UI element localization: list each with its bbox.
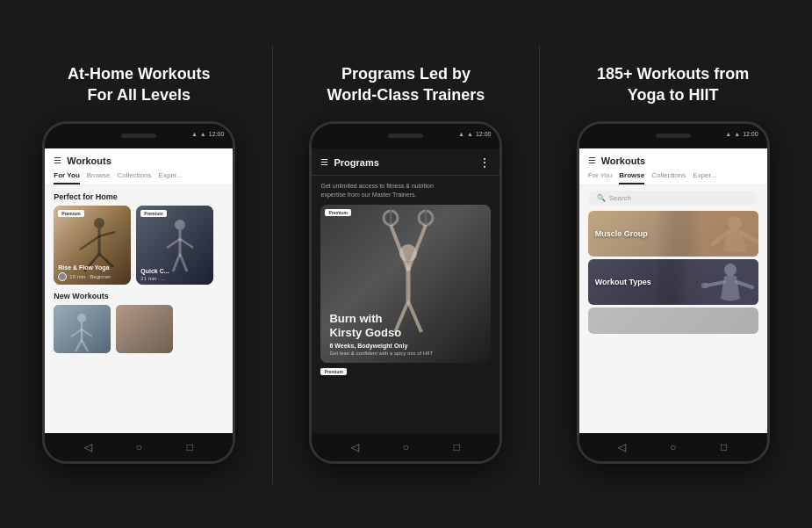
card1-meta: 15 min · Beginner [58, 272, 126, 281]
status-time-3: 12:00 [743, 131, 758, 137]
hamburger-icon-2[interactable]: ☰ [320, 157, 328, 167]
panel-browse: 185+ Workouts from Yoga to HIIT ▲ ▲ 12:0… [546, 64, 801, 464]
featured-program-card[interactable]: Premium Burn withKirsty Godso 6 Weeks, B… [320, 205, 491, 363]
phone3-bottom: ◁ ○ □ [579, 433, 767, 461]
nw-silhouette-1 [54, 305, 111, 353]
status-bar-3: ▲ ▲ 12:00 [725, 131, 758, 137]
app-title-2: Programs [334, 157, 378, 168]
signal-icon-3: ▲ [734, 131, 740, 137]
card1-title: Rise & Flow Yoga [58, 264, 126, 271]
speaker-2 [388, 134, 423, 138]
tab-browse-1[interactable]: Browse [87, 171, 111, 184]
hamburger-icon-3[interactable]: ☰ [588, 156, 596, 165]
home-btn-2[interactable]: ○ [399, 440, 413, 454]
back-btn-2[interactable]: ◁ [348, 440, 362, 454]
screen3: ☰ Workouts For You Browse Collections Ex… [579, 148, 767, 433]
phone-1: ▲ ▲ 12:00 ☰ Workouts For You Browse Coll… [42, 121, 235, 464]
app-title-1: Workouts [67, 156, 111, 166]
back-btn-1[interactable]: ◁ [81, 440, 95, 454]
status-time-2: 12:00 [476, 131, 492, 137]
card2-info: Quick C... 21 min · ... [140, 268, 209, 281]
svg-point-34 [728, 216, 742, 230]
status-bar-2: ▲ ▲ 12:00 [458, 131, 491, 137]
svg-point-8 [175, 220, 185, 230]
speaker [121, 134, 156, 138]
muscle-group-silhouette [656, 211, 758, 257]
svg-rect-37 [656, 259, 758, 305]
phone1-bottom: ◁ ○ □ [45, 433, 233, 461]
featured-premium-badge: Premium [325, 209, 350, 216]
recent-btn-3[interactable]: □ [717, 440, 731, 454]
section-perfect-home: Perfect for Home [45, 185, 233, 206]
search-placeholder: Search [609, 194, 631, 202]
back-btn-3[interactable]: ◁ [615, 440, 629, 454]
nw-silhouette-2 [116, 305, 173, 353]
svg-point-38 [724, 264, 737, 276]
tab-collections-1[interactable]: Collections [117, 171, 151, 184]
new-workout-1[interactable] [54, 305, 111, 353]
program-title: Burn withKirsty Godso [329, 312, 482, 339]
app-header-1: ☰ Workouts For You Browse Collections Ex… [45, 148, 233, 185]
app-title-3: Workouts [601, 156, 646, 166]
workout-cards: Premium Rise & Flow Yoga 15 min · Beginn… [45, 206, 233, 285]
phone3-top: ▲ ▲ 12:00 [579, 124, 767, 148]
trainer-avatar [58, 272, 67, 281]
panel3-title: 185+ Workouts from Yoga to HIIT [597, 64, 749, 105]
phone1-top: ▲ ▲ 12:00 [45, 124, 233, 148]
phone2-bottom: ◁ ○ □ [312, 433, 499, 461]
svg-point-1 [94, 218, 104, 228]
home-btn-3[interactable]: ○ [666, 440, 680, 454]
screen2: ☰ Programs ⋮ Get unlimited access to fit… [312, 148, 499, 433]
category-workout-types[interactable]: Workout Types [588, 259, 758, 305]
tab-expert-3[interactable]: Exper... [693, 171, 716, 184]
new-workout-2[interactable] [116, 305, 173, 353]
signal-icon-2: ▲ [467, 131, 473, 137]
muscle-group-bg [656, 211, 758, 257]
workout-types-bg [656, 259, 758, 305]
speaker-3 [656, 134, 691, 138]
phone2-top: ▲ ▲ 12:00 [312, 124, 499, 148]
card2-title: Quick C... [140, 268, 209, 275]
tab-for-you-1[interactable]: For You [54, 171, 79, 184]
panel2-title: Programs Led by World-Class Trainers [327, 64, 485, 105]
app-header-3: ☰ Workouts For You Browse Collections Ex… [579, 148, 767, 185]
tab-collections-3[interactable]: Collections [651, 171, 686, 184]
divider-1 [272, 45, 273, 484]
category-hint [588, 307, 758, 334]
card2-meta: 21 min · ... [140, 276, 209, 281]
category-grid: Muscle Group [579, 211, 767, 334]
program-info: Burn withKirsty Godso 6 Weeks, Bodyweigh… [329, 312, 482, 356]
panel-at-home: At-Home Workouts For All Levels ▲ ▲ 12:0… [11, 64, 266, 464]
workout-card-1[interactable]: Premium Rise & Flow Yoga 15 min · Beginn… [54, 206, 131, 285]
divider-2 [539, 45, 540, 484]
premium-badge-2: Premium [140, 210, 166, 217]
recent-btn-2[interactable]: □ [449, 440, 463, 454]
status-bar: ▲ ▲ 12:00 [191, 131, 224, 137]
workout-card-2[interactable]: Premium Quick C... 21 min · ... [136, 206, 213, 285]
app-header-2: ☰ Programs ⋮ [312, 148, 499, 176]
tab-for-you-3[interactable]: For You [588, 171, 613, 184]
signal-icon: ▲ [200, 131, 206, 137]
svg-point-15 [77, 314, 86, 322]
app-tabs-1: For You Browse Collections Exper... [54, 171, 224, 184]
section-new-workouts: New Workouts [45, 285, 233, 305]
dots-menu[interactable]: ⋮ [478, 156, 491, 170]
workout-types-silhouette [656, 259, 758, 305]
category-muscle-group[interactable]: Muscle Group [588, 211, 758, 257]
main-container: At-Home Workouts For All Levels ▲ ▲ 12:0… [0, 0, 812, 528]
new-workouts-row [45, 305, 233, 353]
card1-info: Rise & Flow Yoga 15 min · Beginner [58, 264, 126, 281]
app-tabs-3: For You Browse Collections Exper... [588, 171, 758, 184]
svg-rect-21 [116, 305, 173, 353]
recent-btn-1[interactable]: □ [183, 440, 197, 454]
panel-programs: Programs Led by World-Class Trainers ▲ ▲… [278, 64, 533, 464]
home-btn-1[interactable]: ○ [132, 440, 146, 454]
phone-3: ▲ ▲ 12:00 ☰ Workouts For You Browse Coll… [577, 121, 770, 464]
program-desc-small: Get lean & confident with a spicy mix of… [329, 351, 482, 356]
tab-expert-1[interactable]: Exper... [159, 171, 183, 184]
category-workout-label: Workout Types [595, 278, 651, 286]
phone-2: ▲ ▲ 12:00 ☰ Programs ⋮ Get unlimited acc… [309, 121, 502, 464]
tab-browse-3[interactable]: Browse [619, 171, 644, 184]
hamburger-icon[interactable]: ☰ [54, 156, 61, 165]
search-bar[interactable]: 🔍 Search [588, 191, 758, 206]
